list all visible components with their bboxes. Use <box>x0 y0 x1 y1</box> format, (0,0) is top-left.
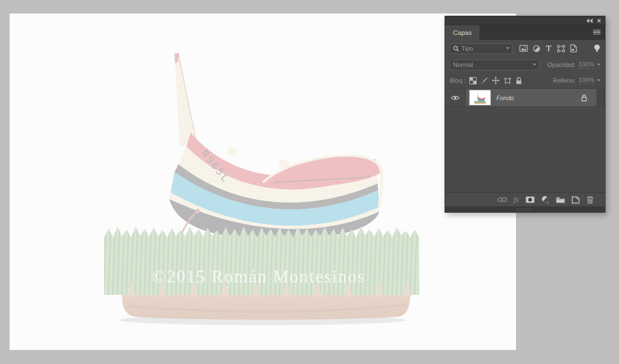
add-layer-mask-icon[interactable] <box>526 196 535 203</box>
watermark-text: ©2015 Román Montesinos <box>152 267 365 286</box>
search-icon <box>453 46 459 52</box>
close-panel-icon[interactable]: × <box>597 18 601 24</box>
layers-panel: × Capas Tipo <box>445 16 605 213</box>
lock-row: Bloq.: <box>445 73 605 88</box>
delete-layer-icon[interactable] <box>586 196 594 204</box>
lock-pixels-icon[interactable] <box>481 77 488 84</box>
lock-label: Bloq.: <box>450 77 465 84</box>
blend-mode-dropdown[interactable]: Normal <box>450 60 540 70</box>
panel-tabbar: Capas <box>445 25 605 40</box>
opacity-label: Opacidad: <box>548 61 576 68</box>
filter-smart-objects-icon[interactable] <box>570 44 577 52</box>
opacity-value[interactable]: 100% <box>578 61 594 69</box>
new-group-icon[interactable] <box>556 196 565 203</box>
collapse-panel-icon[interactable] <box>586 19 593 23</box>
chevron-down-icon[interactable] <box>597 64 600 66</box>
eye-icon <box>451 95 460 101</box>
panel-bottom-toolbar: fx <box>445 192 605 206</box>
layer-styles-icon[interactable]: fx <box>514 195 519 204</box>
blend-row: Normal Opacidad: 100% <box>445 57 605 73</box>
lock-transparency-icon[interactable] <box>469 77 477 84</box>
layer-thumbnail-image <box>470 91 490 105</box>
filter-type-layers-icon[interactable] <box>545 45 552 52</box>
panel-bottom-strip <box>445 206 605 212</box>
panel-menu-icon[interactable] <box>593 30 600 35</box>
layers-list-empty-area[interactable] <box>445 107 605 192</box>
filter-type-label: Tipo <box>461 45 504 52</box>
fill-label: Relleno: <box>553 77 576 84</box>
filter-pixel-layers-icon[interactable] <box>519 45 528 52</box>
tab-capas-label: Capas <box>453 29 472 36</box>
boat-prow <box>174 53 196 147</box>
panel-titlebar: × <box>445 16 605 25</box>
new-layer-icon[interactable] <box>572 196 580 204</box>
filter-type-dropdown[interactable]: Tipo <box>450 43 513 54</box>
filter-shape-layers-icon[interactable] <box>557 45 565 52</box>
link-layers-icon[interactable] <box>497 197 507 203</box>
panel-scroll-gutter[interactable] <box>596 89 605 106</box>
blend-mode-value: Normal <box>453 61 531 68</box>
fill-value[interactable]: 100% <box>578 77 594 84</box>
filter-kind-buttons <box>519 44 577 52</box>
boat-photo: N965L ©2015 Román Montesinos <box>10 14 516 350</box>
chevron-down-icon[interactable] <box>597 79 600 82</box>
filtering-toggle-icon[interactable] <box>594 44 600 52</box>
layer-name[interactable]: Fondo <box>496 95 514 101</box>
lock-all-icon[interactable] <box>515 77 522 84</box>
layer-thumbnail[interactable] <box>469 90 491 105</box>
new-adjustment-layer-icon[interactable] <box>541 196 549 204</box>
panel-resize-grip[interactable] <box>517 208 533 211</box>
lock-artboard-icon[interactable] <box>504 77 512 84</box>
filter-adjustment-layers-icon[interactable] <box>533 45 540 52</box>
layer-selected-area[interactable]: Fondo <box>466 89 596 106</box>
chevron-down-icon <box>533 64 536 66</box>
chevron-down-icon <box>506 47 509 50</box>
filter-row: Tipo <box>445 40 605 57</box>
layer-visibility-cell[interactable] <box>445 89 466 106</box>
layer-row-fondo[interactable]: Fondo <box>445 88 605 107</box>
lock-position-icon[interactable] <box>492 77 500 84</box>
layer-locked-icon <box>581 94 587 102</box>
tab-capas[interactable]: Capas <box>445 25 479 40</box>
document-canvas[interactable]: N965L ©2015 Román Montesinos <box>10 14 516 350</box>
